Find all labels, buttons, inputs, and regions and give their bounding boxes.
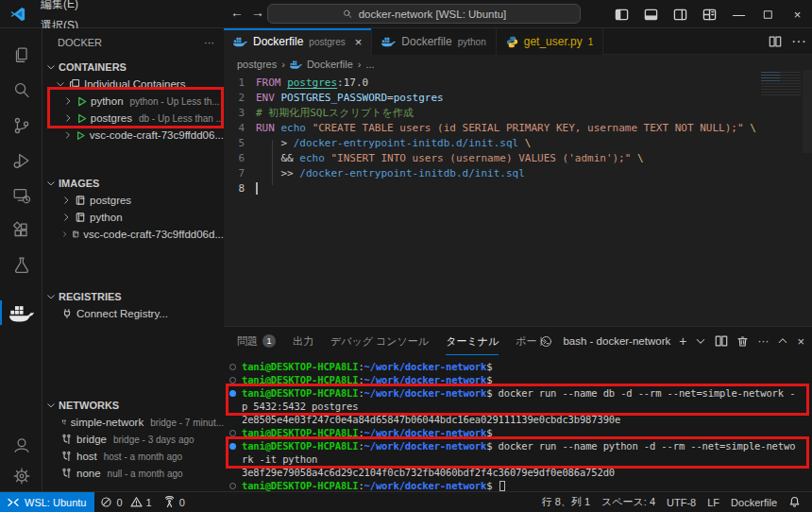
panel-tab-0[interactable]: 問題1 [237, 327, 276, 355]
activity-files-icon[interactable] [0, 40, 42, 72]
sidebar-title: DOCKER [58, 37, 102, 48]
layout-sidebar-left-icon[interactable] [607, 0, 636, 28]
remote-label: WSL: Ubuntu [25, 497, 86, 508]
terminal-more-icon[interactable]: ··· [757, 334, 769, 348]
code-line-3[interactable]: 3# 初期化用SQLスクリプトを作成 [224, 106, 812, 121]
terminal-dropdown-icon[interactable] [695, 335, 706, 347]
minimize-icon[interactable]: — [724, 0, 753, 28]
status-item-0[interactable]: 行 8、列 1 [536, 492, 596, 512]
more-actions-icon[interactable]: ··· [204, 37, 214, 48]
status-item-2[interactable]: UTF-8 [661, 492, 702, 512]
activity-docker-icon[interactable] [0, 297, 42, 329]
command-decoration [229, 443, 236, 450]
terminal-line-6: tani@DESKTOP-HCPA8LI:~/work/docker-netwo… [229, 426, 812, 439]
activity-remote-explorer-icon[interactable] [0, 179, 42, 212]
networks-section-header[interactable]: NETWORKS [42, 397, 224, 414]
terminal-line-5: 2e8505e4e03f247c0e4a84d65847b06044bdc16e… [229, 413, 812, 426]
terminal-line-1: tani@DESKTOP-HCPA8LI:~/work/docker-netwo… [229, 360, 812, 373]
maximize-icon[interactable] [753, 0, 783, 28]
status-right: 行 8、列 1スペース: 4UTF-8LFDockerfile [536, 492, 812, 512]
activity-settings-gear-icon[interactable] [0, 460, 42, 492]
image-item-postgres[interactable]: postgres [42, 192, 224, 209]
close-icon[interactable]: × [783, 0, 812, 28]
terminal-line-8: rk -it python [229, 452, 812, 466]
code-line-7[interactable]: 7 >> /docker-entrypoint-initdb.d/init.sq… [224, 166, 812, 181]
terminal-line-3: tani@DESKTOP-HCPA8LI:~/work/docker-netwo… [229, 386, 812, 400]
layout-panel-icon[interactable] [636, 0, 666, 28]
maximize-panel-icon[interactable] [777, 335, 788, 347]
command-center-search[interactable]: docker-network [WSL: Ubuntu] [267, 4, 581, 24]
split-editor-icon[interactable] [769, 35, 782, 48]
code-editor[interactable]: 1FROM postgres:17.02ENV POSTGRES_PASSWOR… [224, 74, 812, 326]
tab-get_user.py-1[interactable]: get_user.py1 [497, 28, 604, 55]
new-terminal-icon[interactable]: + [679, 333, 686, 349]
registries-section-header[interactable]: REGISTRIES [42, 288, 224, 305]
network-item-none[interactable]: nonenull - a month ago [42, 465, 224, 482]
kill-terminal-icon[interactable] [736, 335, 749, 348]
problems-status[interactable]: 0 1 [94, 492, 157, 512]
network-item-simple-network[interactable]: simple-networkbridge - 7 minut... [42, 414, 224, 431]
nav-back-icon[interactable]: ← [228, 5, 246, 20]
status-item-1[interactable]: スペース: 4 [596, 492, 661, 512]
ports-status[interactable]: 0 [158, 492, 191, 512]
layout-sidebar-right-icon[interactable] [666, 0, 695, 28]
tab-close-icon[interactable]: × [355, 35, 363, 49]
network-item-bridge[interactable]: bridgebridge - 3 days ago [42, 431, 224, 448]
tab-Dockerfile-postgres[interactable]: Dockerfilepostgres× [224, 28, 372, 55]
tree-group-individual-containers[interactable]: Individual Containers [42, 76, 224, 93]
editor-group: Dockerfilepostgres× Dockerfilepython get… [224, 28, 812, 326]
container-item-vsc-code-craft-73c9ffdd06...[interactable]: vsc-code-craft-73c9ffdd06... [42, 127, 224, 144]
terminal-line-7: tani@DESKTOP-HCPA8LI:~/work/docker-netwo… [229, 439, 812, 452]
panel-tab-2[interactable]: デバッグ コンソール [330, 327, 429, 355]
status-item-3[interactable]: LF [702, 492, 725, 512]
command-decoration [229, 390, 236, 397]
close-panel-icon[interactable]: × [797, 334, 804, 349]
status-item-4[interactable]: Dockerfile [725, 492, 783, 512]
image-item-python[interactable]: python [42, 209, 224, 226]
activity-source-control-icon[interactable] [0, 110, 42, 142]
error-count: 0 [116, 497, 122, 508]
minimap[interactable] [761, 70, 801, 96]
panel-tab-1[interactable]: 出力 [293, 327, 313, 355]
tab-Dockerfile-python[interactable]: Dockerfilepython [372, 28, 496, 55]
containers-section-header[interactable]: CONTAINERS [42, 59, 224, 76]
activity-run-debug-icon[interactable] [0, 145, 42, 177]
code-line-5[interactable]: 5 > /docker-entrypoint-initdb.d/init.sql… [224, 136, 812, 151]
code-line-6[interactable]: 6 && echo "INSERT INTO users (username) … [224, 151, 812, 166]
notifications-bell-icon[interactable] [783, 492, 806, 512]
editor-actions: ··· [769, 28, 806, 55]
section-containers: CONTAINERSIndividual Containerspythonpyt… [42, 59, 224, 144]
activity-extensions-icon[interactable] [0, 214, 42, 247]
activity-account-icon[interactable] [0, 429, 42, 461]
network-item-host[interactable]: hosthost - a month ago [42, 448, 224, 465]
command-decoration [229, 430, 236, 436]
code-line-1[interactable]: 1FROM postgres:17.0 [224, 76, 812, 91]
breadcrumb[interactable]: postgres› Dockerfile›... [224, 55, 812, 74]
code-line-4[interactable]: 4RUN echo "CREATE TABLE users (id SERIAL… [224, 121, 812, 136]
terminal-session-label[interactable]: bash - docker-network [563, 335, 670, 347]
editor-scrollbar[interactable] [803, 70, 812, 153]
menu-item-1[interactable]: 編集(E) [32, 0, 110, 15]
terminal[interactable]: tani@DESKTOP-HCPA8LI:~/work/docker-netwo… [224, 356, 812, 491]
activity-search-icon[interactable] [0, 75, 42, 107]
editor-more-icon[interactable]: ··· [791, 33, 806, 50]
remote-indicator[interactable]: WSL: Ubuntu [0, 492, 94, 512]
code-line-2[interactable]: 2ENV POSTGRES_PASSWORD=postgres [224, 91, 812, 106]
bottom-panel: 問題1出力デバッグ コンソールターミナルポート bash - docker-ne… [224, 326, 812, 491]
customize-layout-icon[interactable] [695, 0, 724, 28]
connect-registry-item[interactable]: Connect Registry... [42, 305, 224, 322]
image-item-vsc-code-craft-73c9ffdd06d...[interactable]: vsc-code-craft-73c9ffdd06d... [42, 226, 224, 243]
container-item-python[interactable]: pythonpython - Up Less th... [42, 93, 224, 110]
split-terminal-icon[interactable] [715, 334, 728, 348]
terminal-line-4: p 5432:5432 postgres [229, 400, 812, 413]
vscode-window: ファイル(F)編集(E)選択(S)··· ← → docker-network … [0, 0, 812, 512]
editor-cursor [256, 182, 258, 195]
activity-test-beaker-icon[interactable] [0, 249, 42, 282]
nav-forward-icon[interactable]: → [248, 5, 267, 20]
images-section-header[interactable]: IMAGES [42, 175, 224, 192]
panel-tab-3[interactable]: ターミナル [446, 327, 499, 355]
terminal-line-9: 3e8f29e79058a4c6d29c2104f0cb732fb4060bdf… [229, 466, 812, 479]
code-line-8[interactable]: 8 [224, 181, 812, 196]
container-item-postgres[interactable]: postgresdb - Up Less than ... [42, 110, 224, 127]
title-bar: ファイル(F)編集(E)選択(S)··· ← → docker-network … [0, 0, 812, 28]
